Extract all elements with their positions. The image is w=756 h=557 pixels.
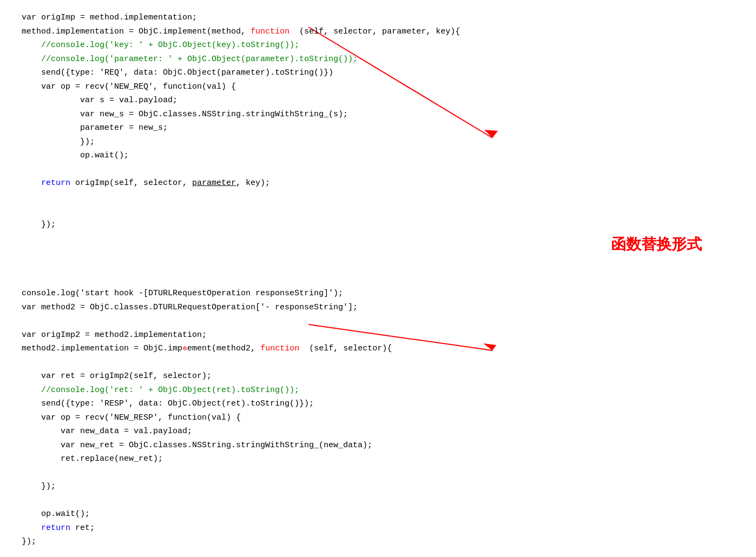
text: });: [41, 220, 56, 229]
code-line-23: var op = recv('NEW_RESP', function(val) …: [22, 411, 734, 425]
comment-1: //console.log('key: ' + ObjC.Object(key)…: [22, 41, 299, 50]
code-line-27: });: [22, 480, 734, 494]
text: var ret = origImp2(self, selector);: [22, 372, 212, 381]
code-line-20: var ret = origImp2(self, selector);: [22, 369, 734, 383]
comment-3: //console.log('ret: ' + ObjC.Object(ret)…: [22, 386, 299, 395]
comment-2: //console.log('parameter: ' + ObjC.Objec…: [22, 55, 358, 64]
keyword-return-1: return: [41, 178, 70, 188]
code-line-10: });: [22, 135, 734, 149]
code-line-2: method.implementation = ObjC.implement(m…: [22, 25, 734, 39]
code-line-16: console.log('start hook -[DTURLRequestOp…: [22, 287, 734, 301]
text-1: origImp(self, selector,: [70, 178, 192, 188]
text: console.log('start hook -[DTURLRequestOp…: [22, 289, 343, 298]
text: var op = recv('NEW_RESP', function(val) …: [22, 413, 241, 422]
code-line-22: send({type: 'RESP', data: ObjC.Object(re…: [22, 397, 734, 411]
text: ret;: [70, 523, 95, 533]
code-line-19: method2.implementation = ObjC.imp✲ement(…: [22, 342, 734, 356]
code-line-30: });: [22, 535, 734, 549]
code-line-3: //console.log('key: ' + ObjC.Object(key)…: [22, 38, 734, 52]
code-line-18: var origImp2 = method2.implementation;: [22, 328, 734, 342]
code-line-5: send({type: 'REQ', data: ObjC.Object(par…: [22, 66, 734, 80]
text-2: , key);: [236, 178, 270, 188]
code-line-4: //console.log('parameter: ' + ObjC.Objec…: [22, 52, 734, 67]
text: op.wait();: [22, 151, 129, 160]
text: var s = val.payload;: [22, 96, 178, 105]
text: parameter = new_s;: [22, 123, 168, 132]
code-line-25: var new_ret = ObjC.classes.NSString.stri…: [22, 439, 734, 453]
blank-line-5: [22, 314, 734, 328]
blank-line-2: [22, 190, 734, 204]
text: });: [22, 482, 56, 491]
text: var new_data = val.payload;: [22, 427, 192, 436]
text: });: [22, 137, 95, 147]
annotation-label: 函数替换形式: [611, 231, 702, 257]
code-line-1: var origImp = method.implementation;: [22, 11, 734, 25]
text: ret.replace(new_ret);: [22, 454, 163, 463]
code-line-8: var new_s = ObjC.classes.NSString.string…: [22, 108, 734, 122]
text-black-1: method.implementation = ObjC.implement(m…: [22, 27, 251, 36]
blank-line-3: [22, 259, 734, 273]
keyword-function-2: function: [260, 344, 299, 353]
blank-line-6: [22, 356, 734, 370]
blank-line-1: [22, 163, 734, 177]
text-black-3: (self, selector){: [299, 344, 392, 353]
keyword-function-1: function: [251, 27, 290, 36]
keyword-return-2: return: [41, 523, 70, 533]
code-line-24: var new_data = val.payload;: [22, 425, 734, 439]
text: send({type: 'REQ', data: ObjC.Object(par…: [22, 68, 333, 77]
code-line-15: }); 函数替换形式: [22, 204, 734, 259]
code-line-21: //console.log('ret: ' + ObjC.Object(ret)…: [22, 383, 734, 397]
blank-line-4: [22, 273, 734, 287]
text: var origImp = method.implementation;: [22, 13, 197, 22]
blank-line-8: [22, 494, 734, 508]
indent: [22, 523, 41, 533]
code-line-29: return ret;: [22, 521, 734, 535]
text-black-2: (self, selector, parameter, key){: [290, 27, 460, 36]
text: var origImp2 = method2.implementation;: [22, 330, 207, 340]
code-line-9: parameter = new_s;: [22, 121, 734, 135]
code-line-17: var method2 = ObjC.classes.DTURLRequestO…: [22, 301, 734, 315]
cursor-star: ✲: [182, 344, 187, 353]
indent: [22, 178, 41, 188]
code-line-11: op.wait();: [22, 149, 734, 163]
text: var method2 = ObjC.classes.DTURLRequestO…: [22, 303, 358, 312]
code-line-13: return origImp(self, selector, parameter…: [22, 176, 734, 190]
code-container: var origImp = method.implementation; met…: [0, 0, 756, 557]
text: send({type: 'RESP', data: ObjC.Object(re…: [22, 399, 314, 408]
text-black-2: ement(method2,: [187, 344, 260, 353]
text: });: [22, 537, 36, 546]
code-line-6: var op = recv('NEW_REQ', function(val) {: [22, 80, 734, 94]
text-black-1: method2.implementation = ObjC.imp: [22, 344, 182, 353]
code-line-28: op.wait();: [22, 507, 734, 521]
code-line-26: ret.replace(new_ret);: [22, 452, 734, 466]
text: op.wait();: [22, 509, 90, 519]
text: var new_ret = ObjC.classes.NSString.stri…: [22, 441, 372, 450]
blank-line-7: [22, 466, 734, 480]
text: var new_s = ObjC.classes.NSString.string…: [22, 110, 348, 119]
underline-param: parameter: [192, 178, 236, 188]
text: var op = recv('NEW_REQ', function(val) {: [22, 82, 236, 91]
code-line-7: var s = val.payload;: [22, 94, 734, 108]
